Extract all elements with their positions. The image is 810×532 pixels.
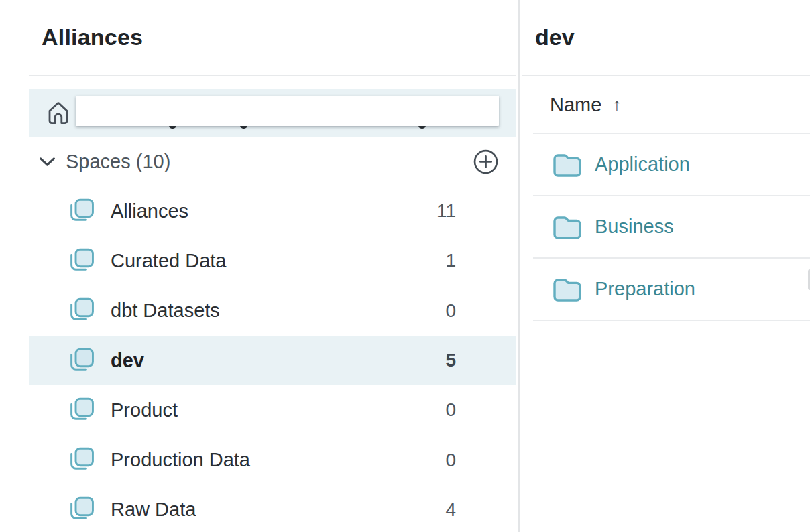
folder-rows: Application Business Preparation bbox=[533, 134, 810, 321]
space-icon bbox=[69, 496, 96, 523]
space-icon bbox=[69, 447, 96, 473]
space-row-production-data[interactable]: Production Data 0 bbox=[29, 435, 516, 484]
sidebar-divider bbox=[29, 75, 516, 76]
space-row-raw-data[interactable]: Raw Data 4 bbox=[29, 485, 516, 532]
folder-icon bbox=[552, 151, 583, 178]
home-icon bbox=[45, 100, 72, 127]
redaction-overlay bbox=[76, 96, 499, 126]
space-icon bbox=[69, 198, 96, 224]
folder-row-application[interactable]: Application bbox=[533, 134, 810, 196]
space-count: 1 bbox=[422, 250, 456, 271]
sort-ascending-icon: ↑ bbox=[612, 94, 622, 115]
folder-row-preparation[interactable]: Preparation bbox=[533, 259, 810, 321]
sidebar-title: Alliances bbox=[42, 24, 143, 50]
space-icon bbox=[69, 248, 96, 274]
folder-row-business[interactable]: Business bbox=[533, 196, 810, 259]
space-label: Production Data bbox=[111, 449, 250, 471]
spaces-section-header[interactable]: Spaces (10) bbox=[29, 137, 516, 186]
name-header-label: Name bbox=[550, 94, 601, 116]
content-title: dev bbox=[535, 24, 575, 50]
space-label: Curated Data bbox=[111, 250, 227, 272]
space-label: dbt Datasets bbox=[111, 300, 220, 322]
plus-circle-icon bbox=[473, 149, 498, 174]
space-count: 0 bbox=[422, 300, 456, 322]
folder-name-link[interactable]: Application bbox=[595, 153, 690, 176]
space-label: Alliances bbox=[111, 200, 188, 222]
add-space-button[interactable] bbox=[473, 149, 498, 175]
space-count: 4 bbox=[422, 499, 456, 521]
content-panel: dev Name ↑ Application Business Preparat… bbox=[520, 0, 810, 532]
space-label: Raw Data bbox=[111, 498, 196, 521]
space-list: Alliances 11 Curated Data 1 dbt Datasets… bbox=[29, 186, 516, 532]
folder-icon bbox=[552, 276, 583, 303]
spaces-label: Spaces (10) bbox=[66, 151, 170, 173]
sidebar: Alliances Spaces (10) Alliances 1 bbox=[0, 0, 518, 532]
space-row-product[interactable]: Product 0 bbox=[29, 385, 516, 435]
name-column-header[interactable]: Name ↑ bbox=[533, 76, 810, 134]
space-label: dev bbox=[111, 350, 144, 372]
chevron-down-icon[interactable] bbox=[39, 157, 56, 167]
folder-icon bbox=[552, 214, 583, 241]
space-count: 0 bbox=[422, 450, 456, 471]
space-label: Product bbox=[111, 399, 178, 421]
space-icon bbox=[69, 297, 96, 324]
space-row-dbt-datasets[interactable]: dbt Datasets 0 bbox=[29, 286, 516, 336]
space-row-alliances[interactable]: Alliances 11 bbox=[29, 186, 516, 236]
space-count: 0 bbox=[422, 399, 456, 421]
space-row-dev[interactable]: dev 5 bbox=[29, 336, 516, 385]
space-row-curated-data[interactable]: Curated Data 1 bbox=[29, 236, 516, 285]
folder-name-link[interactable]: Business bbox=[595, 216, 674, 238]
space-count: 5 bbox=[422, 350, 456, 371]
space-count: 11 bbox=[422, 200, 456, 222]
space-icon bbox=[69, 348, 96, 374]
folder-name-link[interactable]: Preparation bbox=[595, 278, 695, 300]
space-icon bbox=[69, 397, 96, 423]
